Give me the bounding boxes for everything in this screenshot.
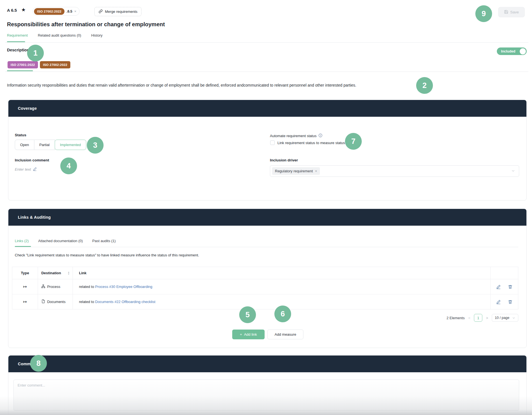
pagination-prev-icon[interactable]: < [468, 316, 471, 320]
inclusion-driver-select[interactable]: Regulatory requirement × [270, 165, 519, 177]
link-prefix: related to [79, 285, 94, 289]
description-body: Information security responsibilities an… [7, 83, 417, 87]
inclusion-comment-placeholder: Enter text [15, 167, 31, 171]
column-header-actions [491, 267, 518, 279]
badge-iso-27001[interactable]: ISO 27001:2022 [8, 61, 38, 68]
edit-icon[interactable] [496, 285, 501, 289]
inclusion-comment-input[interactable]: Enter text [15, 167, 37, 172]
pagination: 2 Elements < 1 > 10 / page [447, 314, 518, 322]
toggle-knob [520, 48, 526, 54]
column-header-link: Link [73, 267, 490, 279]
requirement-tabs: Requirement Related audit questions (0) … [7, 33, 102, 37]
comments-panel: Comments Enter comment... [8, 355, 527, 415]
tab-history[interactable]: History [91, 33, 102, 37]
inclusion-driver-label: Inclusion driver [270, 158, 298, 162]
edit-pencil-icon[interactable] [33, 167, 37, 172]
link-status-checkbox[interactable] [270, 140, 275, 145]
link-target[interactable]: Documents #22 Offboarding checklist [95, 300, 155, 304]
link-prefix: related to [79, 300, 94, 304]
destination-label: Process [47, 285, 60, 289]
remove-chip-icon[interactable]: × [315, 169, 317, 173]
annotation-9: 9 [475, 5, 492, 22]
coverage-panel: Coverage [8, 100, 527, 201]
inclusion-driver-chip: Regulatory requirement × [272, 167, 320, 175]
automate-status-row: Automate requirement status [270, 133, 322, 138]
framework-badge: ISO 27002:2022 [34, 8, 64, 15]
add-measure-button[interactable]: Add measure [267, 330, 303, 339]
link-status-checkbox-label: Link requirement status to measure statu… [277, 141, 345, 145]
status-option-partial[interactable]: Partial [34, 140, 55, 150]
plus-icon: + [240, 332, 242, 337]
link-chain-icon [99, 9, 103, 14]
links-table: Type Destination ▲▼ Link ↦ Process [12, 267, 518, 309]
status-option-open[interactable]: Open [15, 140, 34, 150]
trash-icon[interactable] [508, 300, 512, 304]
tab-requirement[interactable]: Requirement [7, 33, 28, 37]
add-link-label: Add link [244, 332, 257, 337]
save-button-label: Save [510, 10, 519, 14]
link-target[interactable]: Process #30 Employee Offboarding [95, 285, 152, 289]
included-toggle[interactable]: Included [497, 47, 527, 55]
annotation-4: 4 [60, 158, 77, 174]
comment-placeholder: Enter comment... [18, 383, 45, 387]
annotation-7: 7 [345, 133, 362, 150]
pagination-current-page[interactable]: 1 [474, 314, 482, 322]
tab-past-audits[interactable]: Past audits (1) [92, 239, 116, 243]
comment-input[interactable]: Enter comment... [13, 380, 519, 411]
automate-status-label: Automate requirement status [270, 134, 317, 138]
comments-panel-header: Comments [8, 356, 526, 372]
requirement-code: A 6.5 [7, 8, 17, 13]
inclusion-driver-value: Regulatory requirement [275, 169, 313, 173]
active-tab-underline [7, 41, 25, 42]
process-icon [41, 284, 45, 289]
status-segmented-control: Open Partial Implemented [15, 140, 86, 150]
tab-links[interactable]: Links (2) [15, 239, 29, 243]
annotation-8: 8 [30, 355, 47, 372]
page-size-select[interactable]: 10 / page [492, 314, 518, 322]
relation-type-icon: ↦ [23, 284, 27, 289]
page-title: Responsibilities after termination or ch… [7, 21, 165, 28]
link-status-checkbox-row: Link requirement status to measure statu… [270, 140, 345, 145]
chevron-down-icon [511, 169, 515, 173]
favorite-star-icon[interactable]: ★ [21, 7, 26, 13]
annotation-2: 2 [416, 77, 433, 94]
status-option-implemented[interactable]: Implemented [55, 140, 86, 150]
framework-tag-suffix: .6.5 [66, 9, 72, 13]
destination-label: Documents [47, 300, 66, 304]
info-icon[interactable] [318, 133, 322, 138]
add-link-button[interactable]: + Add link [232, 330, 265, 339]
chevron-down-icon [512, 316, 515, 319]
save-floppy-icon [504, 10, 508, 15]
save-button[interactable]: Save [498, 7, 525, 17]
sort-icon[interactable]: ▲▼ [68, 271, 70, 275]
coverage-heading: Coverage [18, 106, 37, 111]
relation-type-icon: ↦ [23, 299, 27, 304]
destination-header-label: Destination [41, 271, 61, 275]
pagination-total: 2 Elements [447, 316, 465, 320]
pagination-next-icon[interactable]: > [486, 316, 488, 320]
trash-icon[interactable] [508, 285, 512, 289]
links-auditing-panel-header: Links & Auditing [8, 209, 526, 226]
tab-attached-documentation[interactable]: Attached documentation (0) [38, 239, 83, 243]
divider [5, 42, 528, 43]
edit-icon[interactable] [496, 300, 501, 304]
annotation-1: 1 [27, 45, 44, 61]
status-label: Status [15, 133, 26, 137]
annotation-3: 3 [87, 137, 104, 154]
active-badge-underline [7, 70, 33, 71]
framework-tag-group: ISO 27002:2022 .6.5 × [33, 7, 80, 16]
tab-related-audit-questions[interactable]: Related audit questions (0) [38, 33, 81, 37]
merge-requirements-button[interactable]: Merge requirements [94, 7, 142, 16]
column-header-type: Type [12, 267, 38, 279]
badge-iso-27002[interactable]: ISO 27002:2022 [40, 61, 70, 68]
column-header-destination[interactable]: Destination ▲▼ [38, 267, 73, 279]
divider [5, 71, 528, 72]
annotation-5: 5 [239, 306, 256, 323]
links-table-header-row: Type Destination ▲▼ Link [12, 267, 518, 279]
remove-tag-icon[interactable]: × [74, 9, 76, 13]
merge-button-label: Merge requirements [105, 9, 137, 14]
description-heading: Description [7, 48, 29, 52]
page-size-value: 10 / page [495, 316, 509, 320]
inclusion-comment-label: Inclusion comment [15, 158, 49, 162]
table-row: ↦ Documents related to Documents #22 Off… [12, 294, 518, 309]
